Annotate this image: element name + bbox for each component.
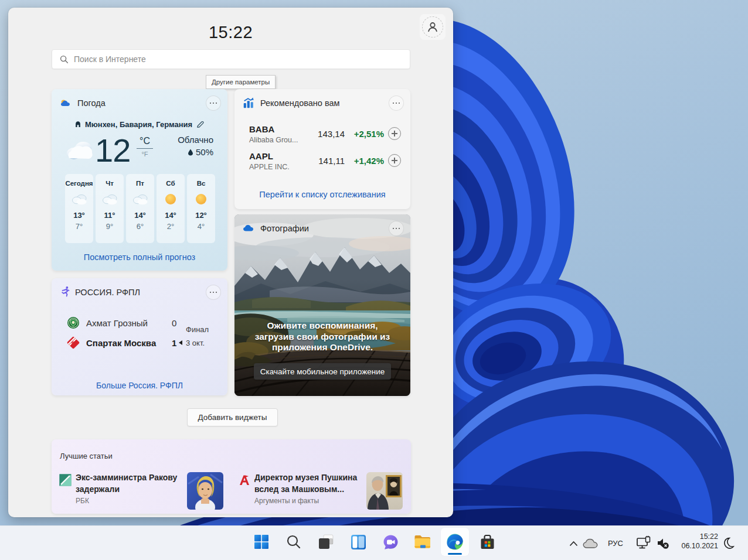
stock-ticker: AAPL — [249, 151, 273, 161]
weather-location-row[interactable]: Мюнхен, Бавария, Германия — [52, 118, 227, 130]
forecast-day[interactable]: Сб 14° 2° — [157, 174, 185, 243]
article-text: Экс-замминистра Ракову задержали РБК — [76, 472, 185, 505]
spartak-logo — [67, 336, 80, 349]
forecast-day[interactable]: Чт 11° 9° — [96, 174, 124, 243]
sports-more-button[interactable] — [206, 285, 221, 300]
stocks-more-button[interactable] — [389, 95, 404, 111]
photos-message-line3: приложения OneDrive. — [240, 342, 404, 353]
ellipsis-dot — [210, 292, 212, 293]
photos-title: Фотографии — [260, 224, 309, 233]
ellipsis-dot — [213, 292, 215, 293]
article-source: Аргументы и факты — [254, 497, 363, 505]
match-team-row[interactable]: Спартак Москва 1 — [67, 336, 182, 350]
weather-location: Мюнхен, Бавария, Германия — [85, 120, 192, 129]
stocks-header: Рекомендовано вам — [234, 89, 410, 117]
stock-price: 143,14 — [318, 129, 345, 139]
stock-row[interactable]: BABA Alibaba Grou... 143,14 +2,51% — [249, 124, 401, 144]
sunny-icon — [164, 192, 178, 206]
weather-more-button[interactable] — [206, 95, 221, 111]
photos-message: Оживите воспоминания, загрузив свои фото… — [240, 320, 404, 353]
news-article[interactable]: Директор музея Пушкина вслед за Машковым… — [238, 472, 403, 511]
stock-price: 141,11 — [318, 156, 345, 166]
cloudy-icon — [72, 193, 87, 205]
ellipsis-dot — [399, 228, 400, 230]
forecast-day-label: Пт — [126, 180, 154, 187]
edge-button[interactable] — [441, 528, 469, 556]
tooltip-text: Другие параметры — [212, 78, 270, 86]
akhmat-logo — [67, 316, 80, 329]
stock-row[interactable]: AAPL APPLE INC. 141,11 +1,42% — [249, 151, 401, 171]
ellipsis-dot — [399, 103, 400, 104]
tray-chevron-button[interactable] — [566, 537, 580, 551]
precipitation-row: 50% — [178, 147, 213, 157]
weather-temperature: 12 — [95, 131, 130, 169]
ellipsis-dot — [213, 103, 215, 104]
stocks-app-icon — [242, 97, 255, 110]
forecast-low: 9° — [96, 222, 124, 231]
temperature-unit-toggle[interactable]: °C °F — [135, 136, 154, 158]
weather-full-forecast-link[interactable]: Посмотреть полный прогноз — [52, 252, 227, 262]
forecast-icon-wrap — [126, 191, 154, 207]
match-team-row[interactable]: Ахмат Грозный 0 — [67, 316, 176, 330]
photos-more-button[interactable] — [389, 221, 404, 236]
unit-celsius[interactable]: °C — [135, 136, 154, 146]
microsoft-store-icon — [480, 534, 495, 550]
forecast-icon-wrap — [187, 191, 215, 207]
article-source: РБК — [76, 497, 185, 505]
match-meta: Финал 3 окт. — [186, 325, 227, 347]
task-view-icon — [318, 534, 334, 550]
weather-widget[interactable]: Погода Мюнхен, Бавария, Германия — [52, 89, 227, 271]
avatar — [422, 16, 443, 37]
edit-icon[interactable] — [196, 120, 205, 129]
web-search-input[interactable]: Поиск в Интернете — [52, 49, 410, 69]
taskbar-time: 15:22 — [671, 532, 718, 542]
volume-tray-button[interactable] — [655, 535, 671, 551]
store-button[interactable] — [473, 528, 501, 556]
taskbar-search-button[interactable] — [280, 528, 308, 556]
chat-button[interactable] — [376, 528, 404, 556]
forecast-day-label: Сб — [157, 180, 185, 187]
ellipsis-dot — [396, 228, 397, 230]
focus-assist-button[interactable] — [722, 535, 737, 551]
forecast-day[interactable]: Вс 12° 4° — [187, 174, 215, 243]
add-widgets-button[interactable]: Добавить виджеты — [187, 408, 278, 426]
taskbar-clock[interactable]: 15:22 06.10.2021 — [671, 532, 718, 551]
windows-start-icon — [254, 534, 269, 549]
start-button[interactable] — [247, 528, 276, 556]
team-score: 1 — [172, 338, 176, 348]
article-text: Директор музея Пушкина вслед за Машковым… — [254, 472, 363, 505]
watchlist-link[interactable]: Перейти к списку отслеживания — [234, 190, 410, 199]
news-article[interactable]: Экс-замминистра Ракову задержали РБК — [59, 472, 223, 511]
volume-muted-icon — [656, 536, 670, 550]
profile-button[interactable] — [420, 14, 446, 40]
widgets-button[interactable] — [344, 528, 372, 556]
forecast-low: 4° — [187, 222, 215, 231]
forecast-day[interactable]: Сегодня 13° 7° — [65, 174, 93, 243]
download-mobile-app-button[interactable]: Скачайте мобильное приложение — [254, 363, 391, 380]
taskbar-date: 06.10.2021 — [671, 542, 718, 551]
photos-widget[interactable]: Фотографии Оживите воспоминания, загрузи… — [234, 214, 410, 396]
match-date: 3 окт. — [186, 339, 227, 347]
weather-precipitation: 50% — [196, 147, 213, 157]
stocks-widget[interactable]: Рекомендовано вам BABA Alibaba Grou... 1… — [234, 89, 410, 209]
forecast-day-label: Вс — [187, 180, 215, 187]
task-view-button[interactable] — [312, 528, 340, 556]
sports-more-link[interactable]: Больше Россия. РФПЛ — [52, 381, 227, 390]
add-to-watchlist-button[interactable] — [388, 154, 401, 167]
home-icon — [74, 121, 81, 128]
unit-fahrenheit[interactable]: °F — [135, 151, 154, 158]
network-tray-button[interactable] — [635, 535, 652, 551]
stock-company: APPLE INC. — [249, 163, 290, 171]
sports-widget[interactable]: РОССИЯ. РФПЛ Ахмат Грозный 0 — [52, 278, 227, 395]
add-to-watchlist-button[interactable] — [388, 127, 401, 140]
forecast-day[interactable]: Пт 14° 6° — [126, 174, 154, 243]
photos-message-line1: Оживите воспоминания, — [240, 320, 404, 332]
file-explorer-button[interactable] — [409, 528, 437, 556]
team-name: Спартак Москва — [86, 338, 161, 348]
language-indicator[interactable]: РУС — [605, 535, 626, 551]
onedrive-tray-button[interactable] — [582, 535, 599, 551]
article-thumbnail — [187, 472, 223, 510]
team-name: Ахмат Грозный — [86, 318, 161, 328]
sports-header: РОССИЯ. РФПЛ — [52, 278, 227, 306]
team-score: 0 — [172, 318, 176, 328]
